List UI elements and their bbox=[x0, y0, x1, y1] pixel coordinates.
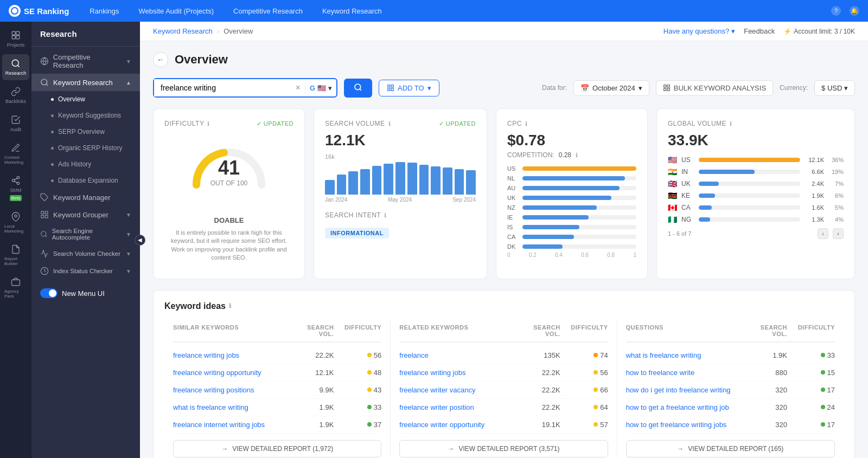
have-questions-link[interactable]: Have any questions? ▾ bbox=[663, 27, 735, 35]
keyword-link[interactable]: freelance writing opportunity bbox=[173, 369, 286, 377]
sidebar-subitem-serp-overview[interactable]: SERP Overview bbox=[31, 124, 140, 140]
keyword-link[interactable]: freelance writing jobs bbox=[399, 369, 512, 377]
notifications-icon[interactable]: 🔔 bbox=[850, 6, 859, 16]
view-related-report-button[interactable]: → VIEW DETAILED REPORT (3,571) bbox=[399, 440, 608, 457]
arrow-icon: → bbox=[221, 445, 228, 453]
sidebar-subitem-organic-serp-history[interactable]: Organic SERP History bbox=[31, 140, 140, 156]
keyword-link[interactable]: how to get a freelance writing job bbox=[626, 403, 739, 411]
sidebar-subitem-overview[interactable]: Overview bbox=[31, 91, 140, 107]
keyword-difficulty: 74 bbox=[565, 351, 608, 359]
nav-keyword-research[interactable]: Keyword Research bbox=[318, 5, 386, 17]
keyword-link[interactable]: freelance writer opportunity bbox=[399, 421, 512, 429]
sidebar-icon-report[interactable]: Report Builder bbox=[2, 240, 29, 270]
search-input[interactable] bbox=[154, 79, 291, 96]
cpc-country-code: IS bbox=[507, 224, 518, 230]
cpc-bar-track bbox=[522, 235, 636, 239]
info-icon[interactable]: ℹ bbox=[229, 302, 231, 309]
search-clear-button[interactable]: × bbox=[291, 83, 305, 93]
keyword-link[interactable]: what is freelance writing bbox=[626, 351, 739, 359]
cpc-bars: US NL AU UK NZ IE IS CA bbox=[507, 165, 636, 250]
sidebar-subitem-database-expansion[interactable]: Database Expansion bbox=[31, 172, 140, 189]
sidebar-item-keyword-research[interactable]: Keyword Research ▲ bbox=[31, 74, 140, 91]
feedback-button[interactable]: Feedback bbox=[744, 27, 775, 35]
sidebar-item-keyword-manager[interactable]: Keyword Manager bbox=[31, 189, 140, 206]
sidebar-icon-label: Agency Pack bbox=[4, 289, 27, 299]
toggle-switch[interactable] bbox=[40, 288, 58, 298]
sidebar-item-keyword-grouper[interactable]: Keyword Grouper ▼ bbox=[31, 206, 140, 223]
keyword-link[interactable]: how to get freelance writing jobs bbox=[626, 421, 739, 429]
date-selector[interactable]: 📅 October 2024 ▾ bbox=[573, 80, 649, 96]
nav-website-audit[interactable]: Website Audit (Projects) bbox=[135, 5, 218, 17]
new-menu-toggle[interactable]: New Menu UI bbox=[31, 282, 140, 305]
cpc-bar-row: NZ bbox=[507, 204, 636, 211]
sidebar-subitem-label: Overview bbox=[58, 95, 85, 103]
add-to-button[interactable]: ADD TO ▾ bbox=[379, 80, 439, 96]
info-icon[interactable]: ℹ bbox=[525, 120, 528, 127]
view-similar-report-button[interactable]: → VIEW DETAILED REPORT (1,972) bbox=[173, 440, 381, 457]
sidebar-icon-local[interactable]: Local Marketing bbox=[2, 208, 29, 238]
sidebar-icon-projects[interactable]: Projects bbox=[2, 26, 29, 52]
sidebar-icon-label: Research bbox=[5, 70, 27, 76]
table-row: how to freelance write 880 15 bbox=[626, 364, 835, 382]
keyword-link[interactable]: freelance writing jobs bbox=[173, 351, 286, 359]
search-button[interactable] bbox=[344, 79, 372, 98]
search-engine-selector[interactable]: G 🇺🇸 ▾ bbox=[305, 82, 336, 94]
sidebar-icon-backlinks[interactable]: Backlinks bbox=[2, 82, 29, 108]
keyword-link[interactable]: how do i get into freelance writing bbox=[626, 386, 739, 394]
help-icon[interactable]: ? bbox=[831, 6, 841, 16]
gv-prev-button[interactable]: ‹ bbox=[818, 228, 828, 239]
info-icon[interactable]: ℹ bbox=[207, 120, 210, 127]
gv-bar-fill bbox=[699, 170, 755, 174]
table-row: freelance writing jobs 22.2K 56 bbox=[173, 347, 381, 364]
calendar-icon: 📅 bbox=[580, 84, 589, 92]
sidebar-item-search-engine-autocomplete[interactable]: Search Engine Autocomplete ▼ bbox=[31, 223, 140, 245]
sidebar-item-index-status-checker[interactable]: Index Status Checker ▼ bbox=[31, 262, 140, 280]
related-keywords-table: RELATED KEYWORDS SEARCH VOL. DIFFICULTY … bbox=[391, 320, 617, 457]
chevron-icon: ▼ bbox=[126, 212, 131, 218]
gv-amount: 1.6K bbox=[805, 204, 824, 211]
keyword-link[interactable]: freelance writer vacancy bbox=[399, 386, 512, 394]
sidebar-subitem-keyword-suggestions[interactable]: Keyword Suggestions bbox=[31, 107, 140, 124]
sidebar-icon-agency[interactable]: Agency Pack bbox=[2, 273, 29, 303]
info-icon[interactable]: ℹ bbox=[388, 120, 391, 127]
sidebar-subitem-ads-history[interactable]: Ads History bbox=[31, 156, 140, 172]
keyword-link[interactable]: freelance internet writing jobs bbox=[173, 421, 286, 429]
bulk-keyword-button[interactable]: BULK KEYWORD ANALYSIS bbox=[656, 80, 773, 96]
nav-competitive-research[interactable]: Competitive Research bbox=[229, 5, 307, 17]
gv-rows: 🇺🇸 US 12.1K 36% 🇮🇳 IN 6.6K 19% 🇬🇧 UK 2.4… bbox=[668, 156, 844, 224]
table-row: freelance writer vacancy 22.2K 66 bbox=[399, 382, 608, 399]
sidebar-item-search-volume-checker[interactable]: Search Volume Checker ▼ bbox=[31, 245, 140, 262]
keyword-volume: 320 bbox=[744, 386, 787, 394]
sidebar-collapse-button[interactable]: ◀ bbox=[135, 235, 145, 246]
keyword-link[interactable]: how to freelance write bbox=[626, 369, 739, 377]
keyword-link[interactable]: freelance bbox=[399, 351, 512, 359]
svg-rect-2 bbox=[12, 36, 15, 39]
info-icon[interactable]: ℹ bbox=[576, 152, 578, 159]
keyword-link[interactable]: freelance writer position bbox=[399, 403, 512, 411]
kt-footer: → VIEW DETAILED REPORT (165) bbox=[626, 440, 835, 457]
svg-point-20 bbox=[41, 231, 46, 236]
sidebar-icon-label: SMM bbox=[10, 188, 22, 193]
sidebar-icon-content[interactable]: Content Marketing bbox=[2, 139, 29, 169]
keyword-difficulty: 33 bbox=[792, 351, 835, 359]
sidebar-icon-audit[interactable]: Audit bbox=[2, 111, 29, 137]
keyword-link[interactable]: freelance writing positions bbox=[173, 386, 286, 394]
diff-num: 57 bbox=[600, 421, 608, 429]
breadcrumb-parent[interactable]: Keyword Research bbox=[153, 27, 213, 35]
keyword-link[interactable]: what is freelance writing bbox=[173, 403, 286, 411]
info-icon[interactable]: ℹ bbox=[384, 212, 387, 219]
sidebar-item-competitive-research[interactable]: Competitive Research ▼ bbox=[31, 49, 140, 74]
info-icon[interactable]: ℹ bbox=[730, 120, 732, 127]
back-button[interactable]: ← bbox=[153, 52, 168, 67]
gv-next-button[interactable]: › bbox=[833, 228, 844, 239]
sidebar-icon-research[interactable]: Research bbox=[2, 54, 29, 80]
sidebar-icon-smm[interactable]: SMM Beta bbox=[2, 171, 29, 205]
svg-rect-1 bbox=[16, 31, 20, 35]
logo-icon bbox=[9, 5, 21, 17]
diff-num: 15 bbox=[827, 369, 835, 377]
nav-rankings[interactable]: Rankings bbox=[85, 5, 123, 17]
dot-icon bbox=[51, 147, 54, 150]
view-questions-report-button[interactable]: → VIEW DETAILED REPORT (165) bbox=[626, 440, 835, 457]
keyword-difficulty: 64 bbox=[565, 403, 608, 411]
currency-selector[interactable]: $ USD ▾ bbox=[814, 80, 855, 96]
